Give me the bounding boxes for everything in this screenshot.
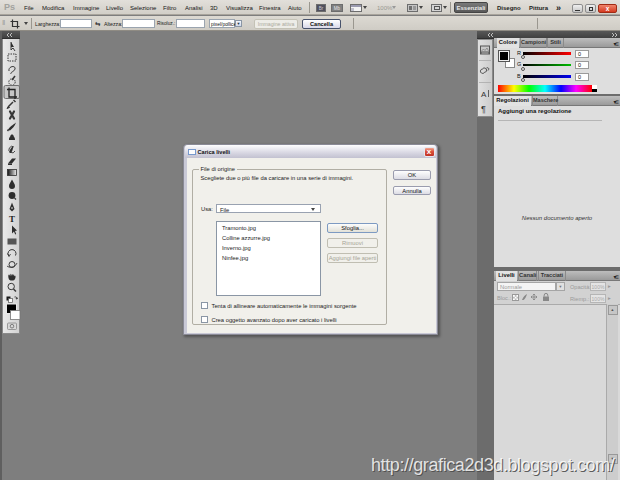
svg-text:¶: ¶ (481, 104, 486, 114)
svg-text:T: T (9, 214, 15, 224)
svg-text:A: A (481, 90, 487, 99)
